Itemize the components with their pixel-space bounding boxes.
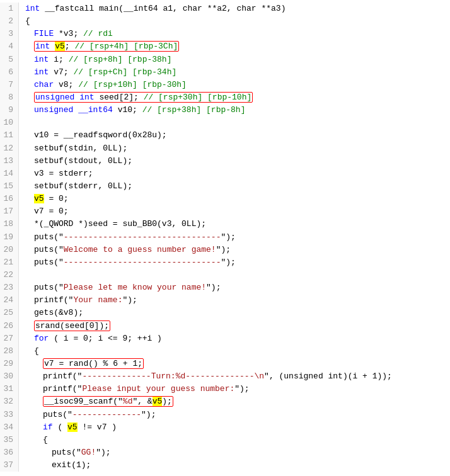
code-line-26: srand(seed[0]); (25, 320, 450, 332)
code-line-12: setbuf(stdin, 0LL); (25, 142, 450, 155)
code-line-18: *(_QWORD *)seed = sub_BB0(v3, 0LL); (25, 218, 450, 230)
line-numbers: 1 2 3 4 5 6 7 8 9 10 11 12 13 14 15 16 1… (0, 3, 19, 472)
code-line-6: int v7; // [rsp+Ch] [rbp-34h] (25, 66, 450, 79)
code-line-28: { (25, 345, 450, 358)
code-line-35: { (25, 434, 450, 446)
code-line-14: v3 = stderr; (25, 167, 450, 180)
code-line-34: if ( v5 != v7 ) (25, 421, 450, 434)
code-line-23: puts("Please let me know your name!"); (25, 281, 450, 294)
code-line-27: for ( i = 0; i <= 9; ++i ) (25, 332, 450, 345)
code-line-8: unsigned int seed[2]; // [rsp+30h] [rbp-… (25, 91, 450, 104)
code-content: int __fastcall main(__int64 a1, char **a… (19, 3, 450, 472)
code-line-10 (25, 116, 450, 129)
code-view: 1 2 3 4 5 6 7 8 9 10 11 12 13 14 15 16 1… (0, 0, 450, 474)
code-line-7: char v8; // [rsp+10h] [rbp-30h] (25, 79, 450, 91)
code-line-15: setbuf(stderr, 0LL); (25, 180, 450, 193)
code-line-30: printf("--------------Turn:%d-----------… (25, 370, 450, 383)
code-line-25: gets(&v8); (25, 307, 450, 319)
code-line-33: puts("--------------"); (25, 409, 450, 421)
code-line-4: int v5; // [rsp+4h] [rbp-3Ch] (25, 40, 450, 53)
code-line-11: v10 = __readfsqword(0x28u); (25, 129, 450, 142)
code-line-1: int __fastcall main(__int64 a1, char **a… (25, 3, 450, 15)
code-line-37: exit(1); (25, 459, 450, 472)
code-line-19: puts("--------------------------------")… (25, 231, 450, 244)
code-line-24: printf("Your name:"); (25, 294, 450, 307)
code-line-16: v5 = 0; (25, 193, 450, 205)
code-line-2: { (25, 15, 450, 28)
code-line-13: setbuf(stdout, 0LL); (25, 155, 450, 167)
code-line-5: int i; // [rsp+8h] [rbp-38h] (25, 54, 450, 66)
code-line-29: v7 = rand() % 6 + 1; (25, 358, 450, 370)
code-line-17: v7 = 0; (25, 205, 450, 218)
code-line-36: puts("GG!"); (25, 446, 450, 459)
code-line-32: __isoc99_scanf("%d", &v5); (25, 395, 450, 408)
code-line-9: unsigned __int64 v10; // [rsp+38h] [rbp-… (25, 104, 450, 116)
code-line-21: puts("--------------------------------")… (25, 256, 450, 269)
code-line-20: puts("Welcome to a guess number game!"); (25, 244, 450, 256)
code-line-3: FILE *v3; // rdi (25, 28, 450, 40)
code-line-22 (25, 269, 450, 281)
code-line-31: printf("Please input your guess number:"… (25, 383, 450, 395)
